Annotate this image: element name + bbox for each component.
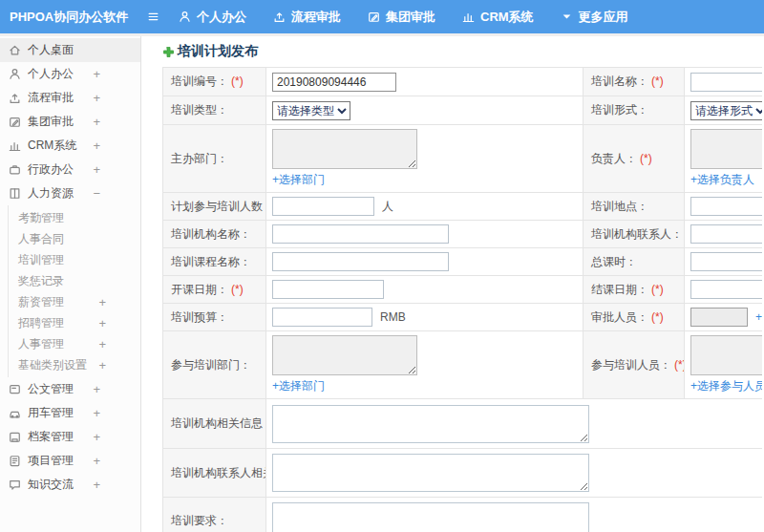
expand-toggle[interactable]: + xyxy=(98,316,106,330)
sidebar-subitem[interactable]: 招聘管理+ xyxy=(9,312,140,333)
text-input[interactable] xyxy=(690,224,762,244)
form-field-cell xyxy=(685,68,763,96)
text-input[interactable] xyxy=(272,308,372,327)
sidebar-subitem[interactable]: 考勤管理 xyxy=(9,207,140,228)
topnav-item-label: 更多应用 xyxy=(579,9,628,26)
form-label: 培训编号：(*) xyxy=(163,68,266,96)
expand-toggle[interactable]: + xyxy=(93,67,100,81)
sidebar-subitem[interactable]: 薪资管理+ xyxy=(9,291,140,312)
sidebar-subitem-label: 薪资管理 xyxy=(18,294,64,310)
picker-link-row: +选择部门 xyxy=(272,172,577,188)
sidebar-subitem-label: 人事合同 xyxy=(18,231,64,247)
expand-toggle[interactable]: − xyxy=(93,186,100,201)
topnav-item[interactable]: 集团审批 xyxy=(368,9,435,26)
sidebar-item[interactable]: 项目管理+ xyxy=(0,449,140,473)
topnav-item[interactable]: 流程审批 xyxy=(273,9,341,26)
caret-down-icon xyxy=(561,11,573,23)
form-label: 开课日期：(*) xyxy=(163,276,266,304)
picker-link[interactable]: +选择部门 xyxy=(272,379,325,393)
picker-box[interactable] xyxy=(690,335,762,375)
text-input[interactable] xyxy=(272,252,449,271)
sidebar-item[interactable]: CRM系统+ xyxy=(0,134,140,158)
picker-link-row: +选择参与人员 xyxy=(690,378,762,394)
form-field-cell xyxy=(266,399,763,449)
form-label-text: 培训机构名称： xyxy=(171,227,251,241)
expand-toggle[interactable]: + xyxy=(93,478,100,492)
sidebar-item[interactable]: 人力资源− xyxy=(0,181,140,205)
form-field-cell xyxy=(685,276,763,304)
sidebar-item[interactable]: 行政办公+ xyxy=(0,158,140,181)
sidebar-item[interactable]: 档案管理+ xyxy=(0,425,140,449)
picker-box[interactable] xyxy=(272,129,417,169)
text-input[interactable] xyxy=(690,280,762,299)
training-form-table: 培训编号：(*)培训名称：(*)培训类型：请选择类型培训形式：请选择形式主办部门… xyxy=(162,67,762,532)
expand-toggle[interactable]: + xyxy=(93,454,100,468)
picker-box[interactable] xyxy=(272,335,417,375)
required-marker: (*) xyxy=(651,283,664,296)
expand-toggle[interactable]: + xyxy=(98,358,106,372)
expand-toggle[interactable]: + xyxy=(93,430,100,444)
form-field-cell: +选择部门 xyxy=(266,125,584,193)
sidebar-subitem[interactable]: 人事合同 xyxy=(9,228,140,249)
expand-toggle[interactable]: + xyxy=(93,115,100,129)
topnav-item[interactable]: CRM系统 xyxy=(462,9,534,26)
expand-toggle[interactable]: + xyxy=(93,162,100,177)
sidebar-item-label: 公文管理 xyxy=(28,381,74,397)
picker-box[interactable] xyxy=(690,129,762,169)
form-label: 培训机构名称： xyxy=(163,221,266,248)
sidebar-subitem-label: 招聘管理 xyxy=(18,315,64,331)
sidebar-item[interactable]: 集团审批+ xyxy=(0,110,140,134)
form-field-cell: 请选择形式 xyxy=(685,96,763,125)
picker-link[interactable]: +选择负责人 xyxy=(690,173,754,186)
picker-link[interactable]: +选择部门 xyxy=(272,173,325,186)
sidebar-item[interactable]: 流程审批+ xyxy=(0,86,140,110)
sidebar-item[interactable]: 个人桌面 xyxy=(0,38,140,62)
sidebar-item-label: 流程审批 xyxy=(28,90,74,106)
form-row: 培训课程名称：总课时： xyxy=(163,248,763,276)
select-input[interactable]: 请选择类型 xyxy=(272,101,350,120)
flow-icon xyxy=(273,11,286,23)
textarea-input[interactable] xyxy=(272,454,589,492)
sidebar-item[interactable]: 个人办公+ xyxy=(0,62,140,86)
textarea-input[interactable] xyxy=(272,405,589,443)
expand-toggle[interactable]: + xyxy=(93,91,100,105)
expand-toggle[interactable]: + xyxy=(98,295,106,309)
form-label: 主办部门： xyxy=(163,125,266,193)
text-input[interactable] xyxy=(272,197,374,216)
sidebar-subitem-label: 奖惩记录 xyxy=(18,273,64,289)
picker-link[interactable]: +选择审批人员 xyxy=(755,310,762,324)
required-marker: (*) xyxy=(231,283,244,296)
sidebar-subitem[interactable]: 培训管理 xyxy=(9,249,140,270)
required-marker: (*) xyxy=(674,358,685,372)
text-input[interactable] xyxy=(690,252,762,271)
text-input[interactable] xyxy=(690,308,748,327)
sidebar-subitem[interactable]: 奖惩记录 xyxy=(9,270,140,291)
sidebar-item[interactable]: 公文管理+ xyxy=(0,377,140,401)
select-input[interactable]: 请选择形式 xyxy=(690,101,762,120)
form-field-cell xyxy=(266,68,584,96)
form-field-cell xyxy=(266,498,763,532)
text-input[interactable] xyxy=(690,197,762,216)
text-input[interactable] xyxy=(272,224,449,244)
topnav-item[interactable]: 更多应用 xyxy=(561,9,628,26)
picker-link[interactable]: +选择参与人员 xyxy=(690,379,762,393)
sidebar-item[interactable]: 知识交流+ xyxy=(0,473,140,497)
topnav-item[interactable]: 个人办公 xyxy=(179,9,246,26)
expand-toggle[interactable]: + xyxy=(98,337,106,351)
sidebar-subitem[interactable]: 基础类别设置+ xyxy=(9,354,140,375)
sidebar-subitem[interactable]: 人事管理+ xyxy=(9,333,140,354)
text-input[interactable] xyxy=(690,73,762,92)
sidebar-item-label: 档案管理 xyxy=(28,429,74,445)
form-field-cell xyxy=(685,193,763,221)
text-input[interactable] xyxy=(272,280,384,299)
hamburger-icon[interactable] xyxy=(147,11,159,23)
text-input[interactable] xyxy=(272,73,396,92)
topnav-item-label: 流程审批 xyxy=(291,9,341,26)
expand-toggle[interactable]: + xyxy=(93,406,100,420)
form-row: 培训要求： xyxy=(163,498,763,532)
sidebar-item[interactable]: 用车管理+ xyxy=(0,401,140,425)
expand-toggle[interactable]: + xyxy=(93,382,100,396)
expand-toggle[interactable]: + xyxy=(93,138,100,153)
textarea-input[interactable] xyxy=(272,502,589,532)
form-field-cell: RMB xyxy=(266,304,584,331)
